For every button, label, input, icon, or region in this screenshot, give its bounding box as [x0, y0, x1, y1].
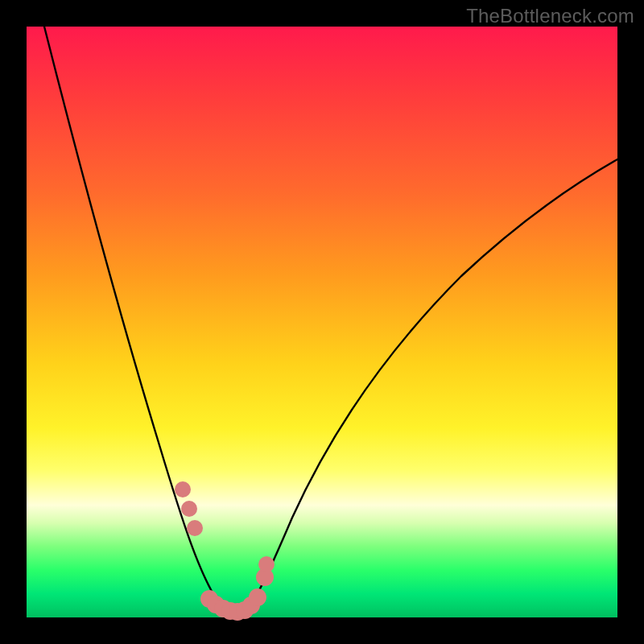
highlight-dot [181, 501, 197, 517]
highlight-dot [258, 556, 275, 572]
highlight-dot [187, 520, 203, 536]
chart-svg [27, 27, 617, 617]
highlight-dots-group [175, 481, 275, 621]
bottleneck-curve [44, 27, 617, 615]
watermark-text: TheBottleneck.com [466, 5, 634, 27]
highlight-dot [175, 481, 191, 497]
highlight-dot [249, 588, 266, 606]
chart-frame: TheBottleneck.com [0, 0, 644, 644]
